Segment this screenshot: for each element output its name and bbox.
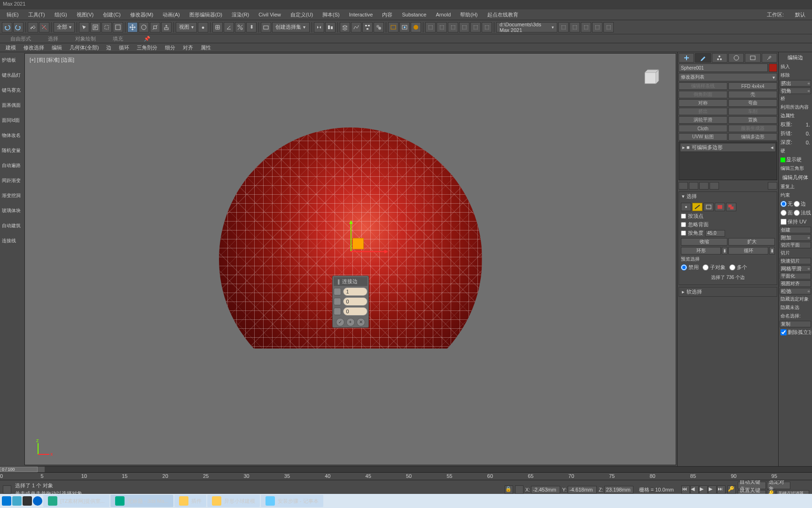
pin-stack-button[interactable]: [679, 182, 688, 190]
mod-btn[interactable]: UVW 贴图: [679, 133, 727, 141]
ls-item[interactable]: 物体改名: [1, 130, 23, 141]
pivot-button[interactable]: ●: [198, 22, 208, 32]
edittri-btn[interactable]: 编辑三角形: [780, 165, 811, 172]
iso-icon[interactable]: [515, 485, 523, 494]
ls-item[interactable]: 护墙板: [1, 55, 23, 65]
menu-animation[interactable]: 动画(A): [158, 10, 185, 19]
percent-snap-button[interactable]: [235, 22, 245, 32]
taskbar-item-3dsmax[interactable]: 无标题 - 3ds Ma...: [110, 495, 173, 507]
rib-modeling[interactable]: 建模: [2, 43, 20, 52]
app-icon[interactable]: [23, 496, 32, 506]
caddy-slide-input[interactable]: 0: [343, 307, 367, 316]
t5[interactable]: ⬚: [470, 22, 481, 32]
mod-btn[interactable]: 编辑样条线: [679, 82, 727, 90]
border-subobj-button[interactable]: [703, 203, 714, 211]
rib-edge[interactable]: 边: [102, 43, 115, 52]
caddy-cancel-button[interactable]: ✕: [357, 318, 365, 326]
modifier-stack[interactable]: ▸ ■可编辑多边形◂: [679, 142, 777, 180]
tab-freeform[interactable]: 自由形式: [2, 34, 39, 43]
maxscript-button[interactable]: [3, 485, 11, 494]
usesel-btn[interactable]: 利用所选内容: [780, 103, 811, 111]
menu-edit[interactable]: 辑(E): [2, 10, 23, 19]
quickslice-btn[interactable]: 快速切片: [780, 258, 811, 264]
relax-btn[interactable]: 松弛▫: [780, 288, 811, 294]
ls-item[interactable]: 面基偶面: [1, 100, 23, 111]
t2[interactable]: ⬚: [437, 22, 447, 32]
move-button[interactable]: [127, 22, 138, 32]
snap-toggle-button[interactable]: [212, 22, 223, 32]
shrink-button[interactable]: 收缩: [681, 238, 727, 246]
curve-editor-button[interactable]: [351, 22, 361, 32]
render-frame-button[interactable]: [399, 22, 410, 32]
object-name-field[interactable]: Sphere001: [679, 64, 768, 72]
poly-subobj-button[interactable]: [715, 203, 725, 211]
rib-align[interactable]: 对齐: [179, 43, 197, 52]
menu-customize[interactable]: 自定义(U): [286, 10, 318, 19]
c-edge-radio[interactable]: [794, 201, 800, 207]
depth-input[interactable]: 0.: [806, 140, 810, 145]
t3[interactable]: ⬚: [448, 22, 458, 32]
remove-btn[interactable]: 移除: [780, 71, 811, 79]
rib-tri[interactable]: 三角剖分: [133, 43, 161, 52]
mod-btn[interactable]: 对称: [679, 99, 727, 107]
mirror-button[interactable]: [314, 22, 324, 32]
menu-edu[interactable]: 起点在线教育: [483, 10, 523, 19]
manage-sets-button[interactable]: [261, 22, 271, 32]
named-sets-dropdown[interactable]: 创建选择集▾: [272, 22, 310, 32]
caddy-segments-input[interactable]: 1: [343, 287, 367, 296]
tab-objpaint[interactable]: 对象绘制: [67, 34, 104, 43]
ls-item[interactable]: 玻璃体块: [1, 206, 23, 216]
next-frame-button[interactable]: ▶: [708, 485, 717, 494]
p3[interactable]: ⬚: [581, 22, 591, 32]
render-button[interactable]: [411, 22, 421, 32]
menu-content[interactable]: 内容: [377, 10, 397, 19]
selection-header[interactable]: ▾ 选择: [679, 192, 777, 201]
hard-btn[interactable]: 硬: [780, 147, 811, 155]
rib-geom[interactable]: 几何体(全部): [66, 43, 102, 52]
attach-btn[interactable]: 附加▫: [780, 234, 811, 241]
loop-spin[interactable]: ⬍: [769, 247, 775, 254]
mod-btn[interactable]: 编辑多边形: [728, 133, 777, 141]
loop-button[interactable]: 循环: [728, 247, 768, 254]
time-ruler[interactable]: 0510152025303540455055606570758085909510…: [0, 473, 812, 480]
vertex-subobj-button[interactable]: [681, 203, 691, 211]
key-mode-button[interactable]: 🔑: [727, 485, 736, 494]
rib-edit[interactable]: 编辑: [48, 43, 66, 52]
mod-btn[interactable]: 车削: [728, 108, 777, 115]
copy-btn[interactable]: 复制: [780, 321, 811, 327]
ribbon-pin-icon[interactable]: 📌: [135, 35, 159, 43]
mod-btn[interactable]: 服装生成器: [728, 125, 777, 132]
select-window-button[interactable]: [113, 22, 123, 32]
menu-view[interactable]: 视图(V): [72, 10, 99, 19]
select-object-button[interactable]: [79, 22, 89, 32]
project-path[interactable]: d:\Documents\3ds Max 2021▾: [496, 22, 557, 32]
ignore-back-checkbox[interactable]: [681, 222, 686, 227]
chamfer-btn[interactable]: 切角▫: [780, 87, 811, 94]
p1[interactable]: ⬚: [558, 22, 569, 32]
app-icon[interactable]: [33, 496, 42, 506]
remove-mod-button[interactable]: [710, 182, 719, 190]
weight-input[interactable]: 1.: [806, 122, 810, 127]
c-none-radio[interactable]: [781, 201, 787, 207]
softsel-header[interactable]: ▸ 软选择: [679, 287, 777, 296]
mod-btn[interactable]: 涡轮平滑: [679, 116, 727, 124]
grow-button[interactable]: 扩大: [728, 238, 775, 246]
deliso-check[interactable]: [781, 329, 787, 335]
preview-none-radio[interactable]: [681, 264, 687, 270]
ls-item[interactable]: 键马赛克: [1, 85, 23, 95]
by-angle-checkbox[interactable]: [681, 230, 686, 236]
scale-button[interactable]: [150, 22, 160, 32]
taskbar-item[interactable]: [TZ素材网]提供室...: [43, 495, 109, 507]
t1[interactable]: ⬚: [425, 22, 436, 32]
menu-tools[interactable]: 工具(T): [23, 10, 50, 19]
viewport[interactable]: [+] [前] [标准] [边面] ‖连接边 1 0 0 ✓ + ✕ zx: [24, 53, 676, 465]
menu-grapheditor[interactable]: 图形编辑器(D): [185, 10, 227, 19]
show-result-button[interactable]: [689, 182, 698, 190]
mod-btn[interactable]: 壳: [728, 91, 777, 98]
time-slider[interactable]: 0 / 100: [0, 466, 812, 473]
rib-subdiv[interactable]: 细分: [161, 43, 179, 52]
app-icon[interactable]: [12, 496, 22, 506]
ls-item[interactable]: 随机变量: [1, 145, 23, 156]
menu-modifiers[interactable]: 修改器(M): [125, 10, 158, 19]
hideunsel-btn[interactable]: 隐藏未选: [780, 304, 811, 311]
